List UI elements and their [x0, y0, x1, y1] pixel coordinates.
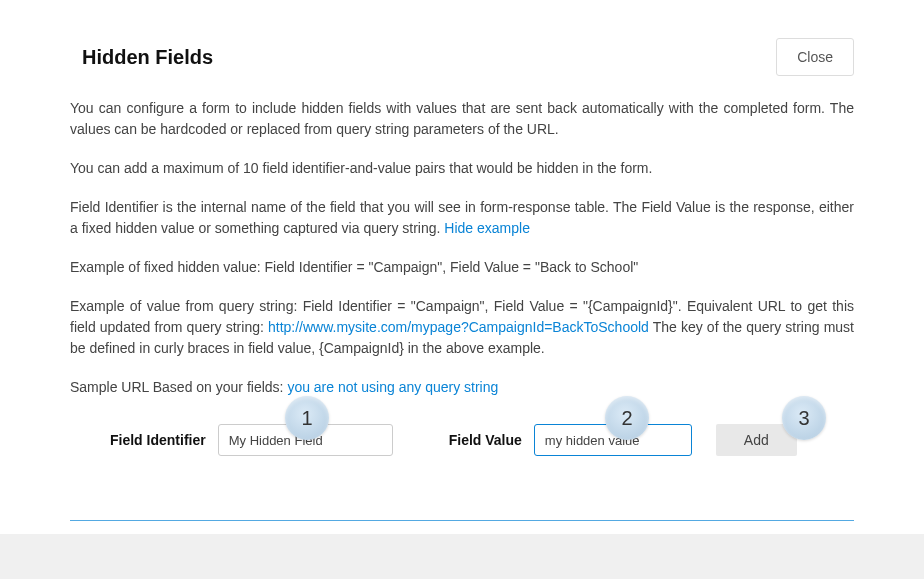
sample-pre: Sample URL Based on your fields:: [70, 379, 287, 395]
close-button[interactable]: Close: [776, 38, 854, 76]
hidden-fields-dialog: Hidden Fields Close You can configure a …: [0, 0, 924, 534]
intro-para-3: Field Identifier is the internal name of…: [70, 197, 854, 239]
dialog-content: You can configure a form to include hidd…: [0, 98, 924, 520]
example-querystring: Example of value from query string: Fiel…: [70, 296, 854, 359]
dialog-title: Hidden Fields: [82, 46, 213, 69]
field-value-input[interactable]: [534, 424, 692, 456]
section-divider: [70, 520, 854, 521]
hide-example-link[interactable]: Hide example: [444, 220, 530, 236]
add-button[interactable]: Add: [716, 424, 797, 456]
field-value-label: Field Value: [449, 430, 522, 451]
field-identifier-input[interactable]: [218, 424, 393, 456]
footer-space: [0, 534, 924, 578]
example-fixed: Example of fixed hidden value: Field Ide…: [70, 257, 854, 278]
sample-url-line: Sample URL Based on your fields: you are…: [70, 377, 854, 398]
add-field-row: 1 2 3 Field Identifier Field Value Add: [70, 424, 854, 480]
field-identifier-label: Field Identifier: [110, 430, 206, 451]
intro-para-1: You can configure a form to include hidd…: [70, 98, 854, 140]
sample-link[interactable]: you are not using any query string: [287, 379, 498, 395]
dialog-header: Hidden Fields Close: [0, 0, 924, 98]
example-qs-url[interactable]: http://www.mysite.com/mypage?CampaignId=…: [268, 319, 649, 335]
intro-para-2: You can add a maximum of 10 field identi…: [70, 158, 854, 179]
